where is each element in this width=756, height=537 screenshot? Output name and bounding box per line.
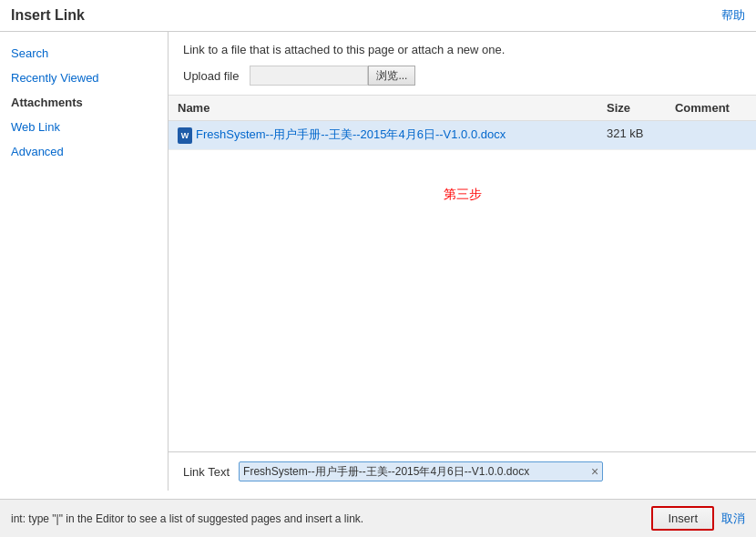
file-comment-cell	[666, 121, 756, 150]
link-text-input-wrapper: ×	[239, 461, 603, 481]
hint-text: int: type "|" in the Editor to see a lis…	[11, 512, 363, 525]
title-bar: Insert Link 帮助	[0, 0, 756, 32]
bottom-bar: int: type "|" in the Editor to see a lis…	[0, 499, 756, 537]
main-container: Search Recently Viewed Attachments Web L…	[0, 32, 756, 491]
sidebar-item-search[interactable]: Search	[0, 41, 168, 66]
dialog-title: Insert Link	[11, 7, 85, 24]
link-text-clear-icon[interactable]: ×	[591, 464, 598, 479]
upload-label: Upload file	[183, 69, 239, 83]
col-comment: Comment	[666, 96, 756, 121]
file-table-body: W FreshSystem--用户手册--王美--2015年4月6日--V1.0…	[169, 121, 756, 150]
sidebar-item-advanced[interactable]: Advanced	[0, 139, 168, 164]
cancel-button[interactable]: 取消	[721, 511, 745, 527]
file-table: Name Size Comment W FreshSystem--用户手册--王…	[169, 96, 756, 150]
file-name-cell: W FreshSystem--用户手册--王美--2015年4月6日--V1.0…	[169, 121, 598, 150]
col-name: Name	[169, 96, 598, 121]
link-text-label: Link Text	[183, 465, 230, 479]
sidebar-item-web-link[interactable]: Web Link	[0, 115, 168, 139]
table-area: Name Size Comment W FreshSystem--用户手册--王…	[169, 96, 756, 451]
content-body: Link to a file that is attached to this …	[169, 32, 756, 491]
table-header-row: Name Size Comment	[169, 96, 756, 121]
file-name: FreshSystem--用户手册--王美--2015年4月6日--V1.0.0…	[196, 127, 506, 143]
link-text-input[interactable]	[243, 465, 587, 478]
help-link[interactable]: 帮助	[721, 7, 745, 24]
upload-description: Link to a file that is attached to this …	[183, 43, 741, 56]
upload-section: Link to a file that is attached to this …	[169, 32, 756, 96]
step-label: 第三步	[169, 150, 756, 239]
table-header: Name Size Comment	[169, 96, 756, 121]
insert-button[interactable]: Insert	[651, 506, 714, 531]
browse-button[interactable]: 浏览...	[368, 66, 415, 86]
action-buttons: Insert 取消	[651, 506, 745, 531]
sidebar-item-recently-viewed[interactable]: Recently Viewed	[0, 66, 168, 90]
upload-input-area: 浏览...	[250, 66, 415, 86]
sidebar: Search Recently Viewed Attachments Web L…	[0, 32, 169, 491]
sidebar-item-attachments: Attachments	[0, 90, 168, 115]
word-icon: W	[178, 127, 192, 144]
upload-row: Upload file 浏览...	[183, 66, 741, 86]
table-row[interactable]: W FreshSystem--用户手册--王美--2015年4月6日--V1.0…	[169, 121, 756, 150]
link-text-section: Link Text ×	[169, 451, 756, 491]
upload-text-field	[250, 66, 368, 86]
file-size-cell: 321 kB	[598, 121, 666, 150]
col-size: Size	[598, 96, 666, 121]
file-link[interactable]: W FreshSystem--用户手册--王美--2015年4月6日--V1.0…	[178, 127, 588, 144]
